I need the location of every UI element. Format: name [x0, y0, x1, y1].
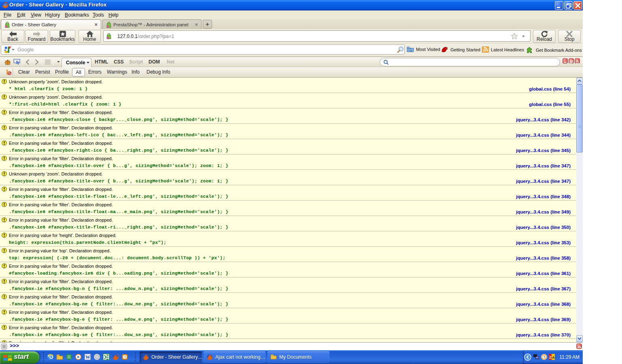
svg-text:Z: Z [549, 356, 552, 360]
svg-text:A: A [552, 356, 555, 360]
svg-text:W: W [85, 354, 90, 360]
